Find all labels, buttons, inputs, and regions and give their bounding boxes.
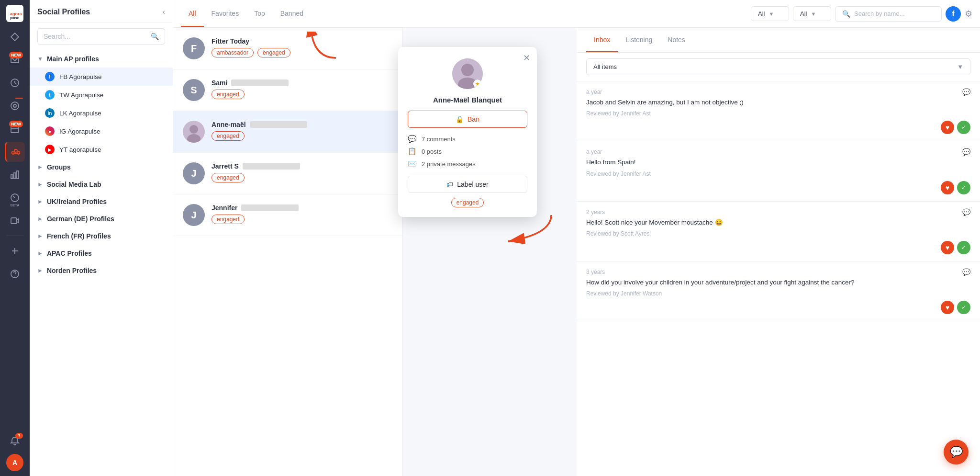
profile-row-anne[interactable]: Anne-maël engaged: [173, 111, 402, 153]
check-button[interactable]: ✓: [957, 241, 970, 254]
all-items-dropdown[interactable]: All items ▼: [586, 58, 970, 75]
profile-row-jennifer[interactable]: J Jennifer engaged: [173, 194, 402, 236]
tab-all[interactable]: All: [181, 1, 204, 27]
chevron-right-icon: ►: [37, 250, 43, 257]
nav-video-icon[interactable]: [5, 211, 25, 231]
like-button[interactable]: ♥: [941, 121, 954, 134]
sidebar-item-yt[interactable]: ▶ YT agorapulse: [30, 140, 173, 159]
tag-ambassador: ambassador: [212, 48, 254, 57]
tab-banned[interactable]: Banned: [273, 1, 311, 27]
nav-notifications-icon[interactable]: 7: [5, 431, 25, 451]
icon-rail: agora pulse NEW NEW: [0, 0, 30, 476]
sidebar-item-lk[interactable]: in LK Agorapulse: [30, 104, 173, 122]
filter-dropdown-2[interactable]: All ▼: [793, 6, 831, 21]
user-avatar[interactable]: A: [6, 454, 23, 471]
profile-row[interactable]: F Fitter Today ambassador engaged: [173, 28, 402, 69]
tag-engaged: engaged: [212, 131, 245, 141]
inbox-item-text: Jacob and Selvin are amazing, but I am n…: [586, 98, 970, 107]
inbox-item-time: 3 years: [586, 269, 605, 275]
tab-favorites[interactable]: Favorites: [204, 1, 247, 27]
avatar-jarrett: J: [183, 162, 205, 184]
nav-inbox-icon[interactable]: NEW: [5, 50, 25, 70]
sidebar-item-fb[interactable]: f FB Agorapulse: [30, 68, 173, 86]
group-header-social-media-lab[interactable]: ► Social Media Lab: [30, 176, 173, 193]
profile-info-jarrett: Jarrett S engaged: [212, 162, 393, 182]
nav-compose-icon[interactable]: [5, 27, 25, 47]
nav-publish-icon[interactable]: [5, 73, 25, 93]
nav-help-icon[interactable]: [5, 264, 25, 284]
tab-inbox[interactable]: Inbox: [586, 28, 618, 52]
inbox-item-actions: ♥ ✓: [586, 181, 970, 194]
profile-row-jarrett[interactable]: J Jarrett S engaged: [173, 153, 402, 194]
group-label-uk: UK/Ireland Profiles: [47, 198, 107, 205]
popup-stat-messages: ✉️ 2 private messages: [408, 159, 527, 168]
topbar-search[interactable]: 🔍: [835, 6, 942, 22]
app-logo[interactable]: agora pulse: [6, 5, 23, 22]
avatar-sami: S: [183, 79, 205, 101]
like-button[interactable]: ♥: [941, 301, 954, 314]
group-header-uk[interactable]: ► UK/Ireland Profiles: [30, 193, 173, 210]
nav-add-icon[interactable]: [5, 241, 25, 261]
group-header-fr[interactable]: ► French (FR) Profiles: [30, 227, 173, 245]
nav-dashboard-icon[interactable]: BETA: [5, 188, 25, 208]
ban-button[interactable]: 🔒 Ban: [408, 111, 527, 128]
popup-close-button[interactable]: ✕: [523, 53, 530, 63]
label-user-button[interactable]: 🏷 Label user: [408, 176, 527, 193]
check-button[interactable]: ✓: [957, 121, 970, 134]
group-header-apac[interactable]: ► APAC Profiles: [30, 245, 173, 262]
svg-rect-14: [11, 218, 17, 224]
tab-listening[interactable]: Listening: [618, 28, 660, 52]
group-header-de[interactable]: ► German (DE) Profiles: [30, 210, 173, 227]
search-input[interactable]: [44, 33, 147, 40]
inbox-item-top: 3 years 💬: [586, 268, 970, 276]
sidebar-collapse-button[interactable]: ‹: [163, 8, 165, 16]
dropdown-arrow-icon: ▼: [768, 11, 774, 17]
popup-posts-count: 0 posts: [422, 148, 442, 155]
tag-engaged: engaged: [257, 48, 290, 57]
like-button[interactable]: ♥: [941, 241, 954, 254]
tab-top[interactable]: Top: [246, 1, 273, 27]
inbox-item-reviewer: Reviewed by Jennifer Watson: [586, 290, 970, 297]
group-label-groups: Groups: [47, 163, 71, 171]
topbar-gear-icon[interactable]: ⚙: [965, 9, 972, 19]
content-split: F Fitter Today ambassador engaged S: [173, 28, 980, 476]
svg-point-7: [14, 149, 17, 152]
profile-name-sami: Sami: [212, 79, 393, 87]
profile-info-anne: Anne-maël engaged: [212, 121, 393, 141]
check-button[interactable]: ✓: [957, 181, 970, 194]
filter-dropdown-1[interactable]: All ▼: [751, 6, 789, 21]
profile-name-jarrett: Jarrett S: [212, 162, 393, 170]
check-button[interactable]: ✓: [957, 301, 970, 314]
lk-icon: in: [45, 108, 55, 118]
main-ap-profiles-list: f FB Agorapulse t TW Agorapulse in LK Ag…: [30, 68, 173, 159]
group-header-norden[interactable]: ► Norden Profiles: [30, 262, 173, 279]
nav-listen-icon[interactable]: [5, 96, 25, 116]
section-header-main-ap[interactable]: ▼ Main AP profiles: [30, 50, 173, 68]
filter-dropdown-1-value: All: [758, 10, 765, 17]
sidebar-item-tw[interactable]: t TW Agorapulse: [30, 86, 173, 104]
search-wrap[interactable]: 🔍: [37, 28, 165, 45]
topbar: All Favorites Top Banned All ▼ All ▼ 🔍 f…: [173, 0, 980, 28]
popup-avatar: ★: [452, 58, 483, 89]
svg-point-21: [461, 64, 474, 76]
dropdown-chevron-icon: ▼: [957, 63, 963, 70]
profile-row[interactable]: S Sami engaged: [173, 69, 402, 111]
nav-calendar-icon[interactable]: NEW: [5, 119, 25, 139]
topbar-fb-icon[interactable]: f: [946, 6, 961, 22]
tab-notes[interactable]: Notes: [660, 28, 693, 52]
nav-community-icon[interactable]: [5, 142, 25, 162]
inbox-item: 3 years 💬 How did you involve your child…: [577, 261, 980, 321]
topbar-search-input[interactable]: [854, 10, 935, 17]
like-button[interactable]: ♥: [941, 181, 954, 194]
inbox-item-time: a year: [586, 89, 602, 95]
popup-messages-count: 2 private messages: [422, 160, 476, 168]
group-header-groups[interactable]: ► Groups: [30, 159, 173, 176]
profile-tags-fitter-today: ambassador engaged: [212, 48, 393, 57]
nav-reports-icon[interactable]: [5, 165, 25, 185]
fb-label: FB Agorapulse: [59, 73, 102, 80]
chat-bubble-button[interactable]: 💬: [944, 440, 969, 465]
group-label-norden: Norden Profiles: [47, 267, 97, 274]
label-icon: 🏷: [446, 181, 453, 188]
sidebar-item-ig[interactable]: ● IG Agorapulse: [30, 122, 173, 140]
posts-icon: 📋: [408, 147, 417, 156]
